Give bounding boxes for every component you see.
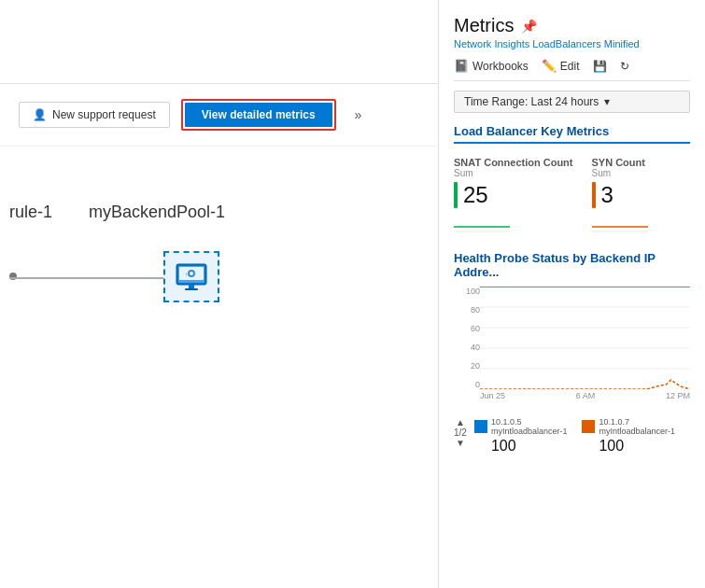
x-label-jun25: Jun 25 [480, 391, 505, 408]
chart-canvas [480, 287, 690, 389]
metric-syn-sparkline [592, 208, 648, 236]
vm-icon-box[interactable]: ↑↓ [163, 251, 219, 302]
health-probe-section-title: Health Probe Status by Backend IP Addre.… [454, 251, 690, 279]
chevron-down-icon: ▾ [604, 95, 610, 108]
y-label-100: 100 [454, 287, 480, 296]
left-panel: 👤 New support request View detailed metr… [0, 0, 439, 588]
svg-rect-3 [189, 285, 194, 288]
workbooks-icon: 📓 [454, 59, 469, 73]
refresh-button[interactable]: ↻ [620, 60, 629, 73]
y-label-60: 60 [454, 324, 480, 333]
chart-area: 100 80 60 40 20 0 Jun 25 [454, 287, 690, 408]
backend-pool-label: myBackendPool-1 [89, 203, 225, 222]
vm-icon: ↑↓ [175, 260, 208, 294]
save-button[interactable]: 💾 [593, 60, 607, 73]
metric-syn: SYN Count Sum 3 [592, 157, 648, 236]
pager-down-icon[interactable]: ▼ [456, 438, 465, 448]
legend-value-1: 100 [599, 438, 675, 455]
metric-snat-value: 25 [463, 182, 488, 208]
x-label-12pm: 12 PM [666, 391, 690, 408]
metrics-title: Metrics [454, 15, 514, 36]
button-bar: 👤 New support request View detailed metr… [0, 84, 438, 147]
y-label-80: 80 [454, 305, 480, 315]
time-range-button[interactable]: Time Range: Last 24 hours ▾ [454, 91, 690, 113]
legend-value-0: 100 [491, 438, 568, 455]
key-metrics-section-title: Load Balancer Key Metrics [454, 124, 690, 144]
legend-items: 10.1.0.5 myIntloadbalancer-1 100 10.1.0.… [474, 417, 675, 455]
chart-x-labels: Jun 25 6 AM 12 PM [480, 391, 690, 408]
legend-name-0: myIntloadbalancer-1 [491, 427, 568, 436]
legend-item-1: 10.1.0.7 myIntloadbalancer-1 100 [582, 417, 675, 455]
legend-color-1 [582, 420, 595, 433]
right-panel: Metrics 📌 Network Insights LoadBalancers… [439, 0, 705, 588]
new-support-request-button[interactable]: 👤 New support request [19, 102, 170, 128]
metric-syn-sublabel: Sum [592, 168, 648, 178]
connector-line [9, 277, 168, 279]
metric-syn-bar [592, 182, 596, 208]
svg-text:↑↓: ↑↓ [185, 272, 190, 277]
metrics-subtitle: Network Insights LoadBalancers Minified [454, 38, 690, 49]
y-label-0: 0 [454, 380, 480, 389]
legend-area: ▲ 1/2 ▼ 10.1.0.5 myIntloadbalancer-1 100 [454, 417, 690, 455]
canvas-area: rule-1 myBackendPool-1 ↑↓ [0, 147, 438, 588]
more-chevron-icon[interactable]: » [355, 107, 362, 122]
svg-rect-4 [185, 288, 198, 290]
save-icon: 💾 [593, 60, 607, 73]
view-detailed-metrics-wrapper: View detailed metrics [181, 99, 336, 131]
y-label-40: 40 [454, 343, 480, 352]
legend-ip-1: 10.1.0.7 [599, 417, 675, 427]
top-bar-area [0, 0, 438, 84]
y-label-20: 20 [454, 361, 480, 371]
legend-pager[interactable]: ▲ 1/2 ▼ [454, 417, 467, 448]
key-metrics-row: SNAT Connection Count Sum 25 SYN Count S… [454, 157, 690, 236]
metric-snat: SNAT Connection Count Sum 25 [454, 157, 573, 236]
metric-syn-label: SYN Count [592, 157, 648, 168]
metric-snat-sublabel: Sum [454, 168, 573, 178]
metric-syn-value: 3 [601, 182, 613, 208]
pin-icon[interactable]: 📌 [521, 19, 537, 34]
edit-button[interactable]: ✏️ Edit [542, 59, 580, 73]
metric-snat-sparkline [454, 208, 510, 236]
x-label-6am: 6 AM [576, 391, 596, 408]
workbooks-button[interactable]: 📓 Workbooks [454, 59, 529, 73]
rule-label: rule-1 [9, 203, 52, 222]
edit-icon: ✏️ [542, 59, 557, 73]
legend-color-0 [474, 420, 487, 433]
metrics-toolbar: 📓 Workbooks ✏️ Edit 💾 ↻ [454, 59, 690, 81]
pager-up-icon[interactable]: ▲ [456, 417, 465, 427]
metric-snat-bar [454, 182, 458, 208]
metrics-header: Metrics 📌 [454, 15, 690, 36]
refresh-icon: ↻ [620, 60, 629, 73]
legend-ip-0: 10.1.0.5 [491, 417, 568, 427]
chart-y-labels: 100 80 60 40 20 0 [454, 287, 480, 389]
metric-snat-label: SNAT Connection Count [454, 157, 573, 168]
user-icon: 👤 [33, 108, 47, 121]
legend-name-1: myIntloadbalancer-1 [599, 427, 675, 436]
legend-item-0: 10.1.0.5 myIntloadbalancer-1 100 [474, 417, 568, 455]
view-detailed-metrics-button[interactable]: View detailed metrics [185, 103, 332, 127]
